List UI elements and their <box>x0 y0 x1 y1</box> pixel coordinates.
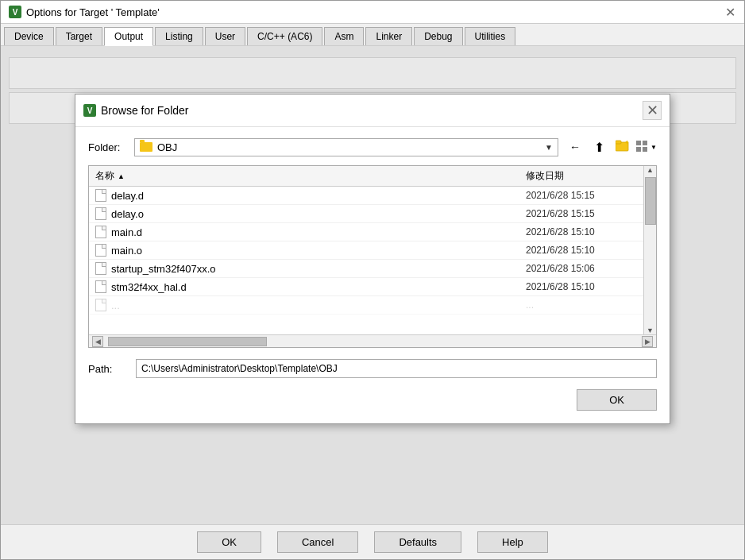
folder-dropdown[interactable]: OBJ ▼ <box>134 138 558 156</box>
tab-output[interactable]: Output <box>104 27 153 46</box>
file-list-header: 名称 ▲ 修改日期 <box>89 166 643 187</box>
file-list-container: 名称 ▲ 修改日期 delay.d <box>88 165 657 348</box>
file-name: startup_stm32f407xx.o <box>111 263 521 275</box>
horizontal-scrollbar[interactable]: ◀ ▶ <box>89 334 656 347</box>
back-icon: ← <box>569 141 581 153</box>
tab-target[interactable]: Target <box>56 27 102 45</box>
tab-device[interactable]: Device <box>4 27 54 45</box>
main-defaults-button[interactable]: Defaults <box>374 531 461 553</box>
sort-icon: ▲ <box>118 172 125 180</box>
file-date: ... <box>526 299 637 311</box>
file-row[interactable]: stm32f4xx_hal.d 2021/6/28 15:10 <box>89 278 643 296</box>
file-row[interactable]: startup_stm32f407xx.o 2021/6/28 15:06 <box>89 260 643 278</box>
main-cancel-button[interactable]: Cancel <box>277 531 358 553</box>
dialog-title: Browse for Folder <box>101 104 188 117</box>
path-input[interactable] <box>136 359 657 378</box>
bottom-bar: OK Cancel Defaults Help <box>1 524 744 559</box>
scroll-right-arrow[interactable]: ▶ <box>642 336 653 347</box>
file-icon <box>95 207 106 220</box>
dialog-close-button[interactable]: ✕ <box>643 101 662 120</box>
tab-asm[interactable]: Asm <box>324 27 364 45</box>
folder-icon <box>140 142 152 152</box>
dialog-overlay: V Browse for Folder ✕ Folder: OBJ ▼ <box>1 46 744 524</box>
file-icon <box>95 226 106 238</box>
dialog-app-icon: V <box>83 104 96 117</box>
svg-rect-4 <box>643 141 647 145</box>
main-close-icon[interactable]: ✕ <box>725 6 736 17</box>
browse-folder-dialog: V Browse for Folder ✕ Folder: OBJ ▼ <box>75 94 670 424</box>
up-button[interactable]: ⬆ <box>589 137 609 157</box>
tab-debug[interactable]: Debug <box>414 27 462 45</box>
dialog-title-left: V Browse for Folder <box>83 104 188 117</box>
main-title-bar: V Options for Target ' Template' ✕ <box>1 1 744 24</box>
dialog-title-bar: V Browse for Folder ✕ <box>75 95 670 127</box>
dialog-ok-button[interactable]: OK <box>577 389 657 411</box>
svg-rect-3 <box>636 141 641 145</box>
view-icon <box>636 141 649 154</box>
main-title-left: V Options for Target ' Template' <box>9 6 160 18</box>
tab-linker[interactable]: Linker <box>365 27 412 45</box>
svg-rect-1 <box>616 141 621 144</box>
folder-label: Folder: <box>88 141 128 153</box>
dialog-ok-row: OK <box>88 389 657 414</box>
svg-text:✦: ✦ <box>624 139 630 146</box>
up-icon: ⬆ <box>594 140 604 155</box>
file-icon <box>95 280 106 293</box>
dropdown-arrow-icon: ▼ <box>545 143 553 152</box>
svg-rect-6 <box>643 147 647 152</box>
file-name: main.d <box>111 226 521 238</box>
column-name-header[interactable]: 名称 ▲ <box>95 169 526 183</box>
view-dropdown-icon: ▼ <box>650 144 657 151</box>
tab-utilities[interactable]: Utilities <box>465 27 516 45</box>
file-row[interactable]: delay.o 2021/6/28 15:15 <box>89 205 643 223</box>
folder-name: OBJ <box>157 141 540 153</box>
file-list-main-area: 名称 ▲ 修改日期 delay.d <box>89 166 643 334</box>
file-name: delay.o <box>111 208 521 220</box>
file-date: 2021/6/28 15:10 <box>526 226 637 238</box>
scrollbar-thumb-h[interactable] <box>108 337 267 346</box>
file-name: delay.d <box>111 190 521 202</box>
file-date: 2021/6/28 15:10 <box>526 245 637 256</box>
dialog-body: Folder: OBJ ▼ ← ⬆ <box>75 127 670 423</box>
path-row: Path: <box>88 359 657 378</box>
app-icon: V <box>9 6 21 18</box>
main-ok-button[interactable]: OK <box>197 531 261 553</box>
toolbar-icons: ← ⬆ ✦ <box>565 137 657 157</box>
file-name: main.o <box>111 245 521 257</box>
path-label: Path: <box>88 363 128 375</box>
file-row[interactable]: main.o 2021/6/28 15:10 <box>89 241 643 260</box>
main-help-button[interactable]: Help <box>477 531 548 553</box>
folder-row: Folder: OBJ ▼ ← ⬆ <box>88 137 657 157</box>
file-name: ... <box>111 299 521 311</box>
scroll-up-arrow[interactable]: ▲ <box>647 166 654 174</box>
scroll-down-arrow[interactable]: ▼ <box>647 326 654 334</box>
file-icon <box>95 244 106 257</box>
file-list-body[interactable]: delay.d 2021/6/28 15:15 delay.o 2021/6/2… <box>89 187 643 334</box>
new-folder-button[interactable]: ✦ <box>612 137 633 157</box>
new-folder-icon: ✦ <box>616 139 630 155</box>
file-date: 2021/6/28 15:10 <box>526 281 637 292</box>
file-icon <box>95 299 106 311</box>
svg-rect-5 <box>636 147 641 152</box>
scroll-left-arrow[interactable]: ◀ <box>92 336 103 347</box>
file-date: 2021/6/28 15:15 <box>526 190 637 201</box>
file-date: 2021/6/28 15:15 <box>526 208 637 219</box>
scrollbar-thumb-v[interactable] <box>645 177 656 225</box>
main-window: V Options for Target ' Template' ✕ Devic… <box>0 0 745 560</box>
file-list-inner: 名称 ▲ 修改日期 delay.d <box>89 166 656 334</box>
column-date-header[interactable]: 修改日期 <box>526 169 637 183</box>
file-row[interactable]: ... ... <box>89 296 643 315</box>
file-row[interactable]: delay.d 2021/6/28 15:15 <box>89 187 643 205</box>
file-row[interactable]: main.d 2021/6/28 15:10 <box>89 223 643 241</box>
tab-user[interactable]: User <box>205 27 245 45</box>
main-window-title: Options for Target ' Template' <box>26 6 160 18</box>
main-content: V Browse for Folder ✕ Folder: OBJ ▼ <box>1 46 744 524</box>
tab-listing[interactable]: Listing <box>155 27 203 45</box>
back-button[interactable]: ← <box>565 137 585 157</box>
file-date: 2021/6/28 15:06 <box>526 263 637 274</box>
file-icon <box>95 189 106 202</box>
file-name: stm32f4xx_hal.d <box>111 281 521 293</box>
view-button[interactable]: ▼ <box>636 137 657 157</box>
tab-cpp[interactable]: C/C++ (AC6) <box>247 27 322 45</box>
vertical-scrollbar[interactable]: ▲ ▼ <box>643 166 656 334</box>
